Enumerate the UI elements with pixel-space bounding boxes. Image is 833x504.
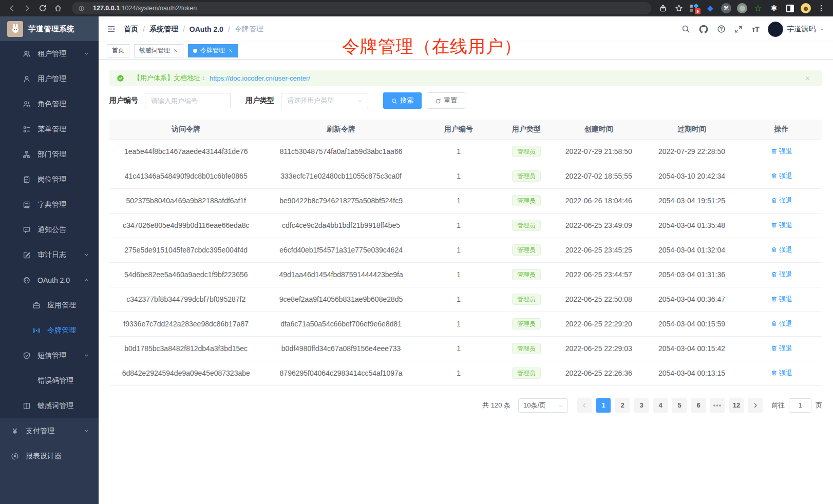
home-icon[interactable] xyxy=(51,2,65,15)
sidebar-item-sensitive[interactable]: 敏感词管理 xyxy=(0,393,99,418)
browser-toolbar: 127.0.0.1 :1024/system/oauth2/token 9◆⌘☆… xyxy=(0,0,833,16)
page-button-1[interactable]: 1 xyxy=(596,398,611,413)
success-check-icon xyxy=(117,74,129,82)
breadcrumb-separator: / xyxy=(143,25,145,33)
gem-extension-icon[interactable]: ◆ xyxy=(704,2,716,14)
sidebar-toggle-icon[interactable] xyxy=(107,25,116,33)
reload-icon[interactable] xyxy=(36,2,49,15)
access-token-cell: 275e5de9151045fe87cbdc395e004f4d xyxy=(109,238,262,262)
pay-icon: ¥ xyxy=(11,427,19,435)
profile-avatar-icon[interactable]: ☻ xyxy=(800,2,812,14)
force-logout-link[interactable]: 强退 xyxy=(771,196,792,205)
tab-敏感词管理[interactable]: 敏感词管理 xyxy=(134,44,183,57)
sidebar-item-errcode[interactable]: 错误码管理 xyxy=(0,368,99,393)
sidebar-item-token[interactable]: 令牌管理 xyxy=(0,318,99,343)
forward-icon[interactable] xyxy=(21,2,34,15)
reset-button[interactable]: 重置 xyxy=(427,92,465,109)
user-type-select[interactable]: 请选择用户类型 xyxy=(281,93,368,108)
force-logout-link[interactable]: 强退 xyxy=(771,295,792,304)
action-cell: 强退 xyxy=(741,361,822,385)
tab-首页[interactable]: 首页 xyxy=(107,44,129,57)
prev-page-button[interactable] xyxy=(577,398,592,413)
refresh-token-cell: 811c530487574fa0af1a59d3abc1aa66 xyxy=(262,139,419,164)
sidebar-item-user[interactable]: 用户管理 xyxy=(0,66,99,91)
expire-time-cell: 2054-03-04 00:36:47 xyxy=(642,287,741,312)
app-logo-bar[interactable]: 芋道管理系统 xyxy=(0,16,99,41)
alert-close-icon[interactable] xyxy=(804,75,816,82)
column-header: 过期时间 xyxy=(642,120,741,139)
force-logout-link[interactable]: 强退 xyxy=(771,270,792,279)
sidebar-item-pay[interactable]: ¥支付管理 xyxy=(0,418,99,443)
sidebar-item-dept[interactable]: 部门管理 xyxy=(0,142,99,167)
column-header: 用户编号 xyxy=(420,120,498,139)
tab-close-icon[interactable] xyxy=(173,48,178,53)
user-type-tag: 管理员 xyxy=(512,170,541,182)
username: 芋道源码 xyxy=(787,25,816,34)
breadcrumb-item[interactable]: 系统管理 xyxy=(149,25,178,34)
user-type-cell: 管理员 xyxy=(498,312,555,336)
page-button-6[interactable]: 6 xyxy=(691,398,706,413)
table-row: 1ea5e44f8bc1467aaede43144f31de76811c5304… xyxy=(109,139,822,164)
force-logout-link[interactable]: 强退 xyxy=(771,369,792,378)
trash-icon xyxy=(771,345,778,352)
user-id-cell: 1 xyxy=(420,188,498,213)
sidebar-item-notice[interactable]: 通知公告 xyxy=(0,217,99,242)
page-size-select[interactable]: 10条/页 xyxy=(518,398,568,413)
tab-close-icon[interactable] xyxy=(228,48,233,53)
page-button-12[interactable]: 12 xyxy=(729,398,744,413)
address-bar[interactable]: 127.0.0.1 :1024/system/oauth2/token xyxy=(72,2,651,14)
recorder-extension-icon[interactable] xyxy=(736,2,748,14)
search-icon[interactable] xyxy=(681,25,690,33)
breadcrumb-separator: / xyxy=(228,25,230,33)
select-arrow-icon xyxy=(357,96,363,105)
page-button-4[interactable]: 4 xyxy=(653,398,668,413)
page-button-5[interactable]: 5 xyxy=(672,398,687,413)
extensions-grid-icon[interactable]: 9 xyxy=(688,2,701,14)
sidebar-item-report[interactable]: 报表设计器 xyxy=(0,443,99,469)
sidebar-item-dict[interactable]: 字典管理 xyxy=(0,192,99,217)
site-info-icon[interactable] xyxy=(78,4,89,13)
alert-doc-link[interactable]: https://doc.iocoder.cn/user-center/ xyxy=(210,74,310,82)
font-size-icon[interactable]: тT xyxy=(751,25,759,33)
user-id-input[interactable] xyxy=(145,93,231,108)
search-button[interactable]: 搜索 xyxy=(383,92,422,109)
sidebar-item-tenant[interactable]: 租户管理 xyxy=(0,41,99,66)
report-icon xyxy=(11,452,19,460)
sidebar-item-post[interactable]: 岗位管理 xyxy=(0,167,99,192)
sidebar-item-role[interactable]: 角色管理 xyxy=(0,91,99,117)
force-logout-link[interactable]: 强退 xyxy=(771,171,792,181)
next-page-button[interactable] xyxy=(748,398,763,413)
sidebar-item-sms[interactable]: 短信管理 xyxy=(0,343,99,368)
user-id-cell: 1 xyxy=(420,312,498,336)
github-icon[interactable] xyxy=(699,25,708,34)
sidebar-item-log[interactable]: 审计日志 xyxy=(0,242,99,267)
force-logout-link[interactable]: 强退 xyxy=(771,319,792,328)
sidebar-item-menu[interactable]: 菜单管理 xyxy=(0,117,99,142)
puzzle-extension-icon[interactable]: ✱ xyxy=(768,2,780,14)
green-star-extension-icon[interactable]: ☆ xyxy=(752,2,764,14)
user-menu[interactable]: 芋道源码 xyxy=(768,22,825,37)
sidebar-item-oauth[interactable]: OAuth 2.0 xyxy=(0,267,99,293)
user-id-label: 用户编号 xyxy=(109,96,138,105)
sidebar-item-app[interactable]: 应用管理 xyxy=(0,293,99,318)
user-icon xyxy=(23,75,31,83)
share-icon[interactable] xyxy=(656,2,670,15)
page-button-3[interactable]: 3 xyxy=(634,398,649,413)
more-pages-button[interactable]: ••• xyxy=(710,398,725,413)
force-logout-link[interactable]: 强退 xyxy=(771,245,792,255)
breadcrumb-item[interactable]: OAuth 2.0 xyxy=(190,25,223,33)
sidepanel-extension-icon[interactable] xyxy=(784,2,796,14)
breadcrumb-item[interactable]: 首页 xyxy=(124,25,138,34)
force-logout-link[interactable]: 强退 xyxy=(771,344,792,353)
force-logout-link[interactable]: 强退 xyxy=(771,147,792,156)
help-icon[interactable] xyxy=(717,25,726,33)
force-logout-link[interactable]: 强退 xyxy=(771,221,792,230)
back-icon[interactable] xyxy=(5,2,18,15)
command-extension-icon[interactable]: ⌘ xyxy=(720,2,732,14)
browser-menu-icon[interactable] xyxy=(815,2,828,15)
fullscreen-icon[interactable] xyxy=(734,25,743,33)
page-button-2[interactable]: 2 xyxy=(615,398,630,413)
bookmark-star-icon[interactable] xyxy=(672,2,686,15)
goto-page-input[interactable] xyxy=(789,398,811,413)
tab-令牌管理[interactable]: 令牌管理 xyxy=(188,44,238,57)
